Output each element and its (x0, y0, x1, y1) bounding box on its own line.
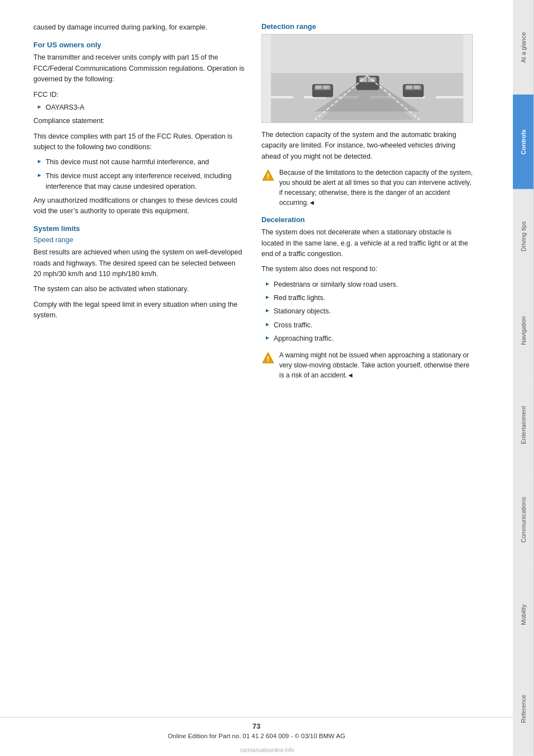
fcc-id-value-item: ► OAYARS3-A (33, 102, 245, 113)
decel-arrow-3: ► (265, 307, 270, 313)
svg-rect-21 (414, 86, 420, 89)
decel-bullet-text-3: Stationary objects. (274, 306, 331, 317)
tab-navigation[interactable]: Navigation (513, 283, 534, 378)
page-container: At a glance Controls Driving tips Naviga… (0, 0, 534, 756)
compliance-bullet-text-2: This device must accept any interference… (46, 171, 245, 193)
svg-text:!: ! (267, 172, 269, 180)
system-limits-heading: System limits (33, 224, 245, 233)
detection-range-warning: ! Because of the limitations to the dete… (261, 168, 473, 208)
deceleration-bullet-2: ► Red traffic lights. (261, 293, 473, 303)
svg-rect-17 (323, 86, 329, 89)
modifications-text: Any unauthorized modifications or change… (33, 195, 245, 217)
decel-arrow-2: ► (265, 294, 270, 300)
compliance-bullet-1: ► This device must not cause harmful int… (33, 157, 245, 168)
tab-reference[interactable]: Reference (513, 661, 534, 756)
compliance-label: Compliance statement: (33, 116, 245, 126)
fcc-id-value: OAYARS3-A (46, 102, 85, 113)
tab-entertainment[interactable]: Entertainment (513, 378, 534, 473)
deceleration-warning-text: A warning might not be issued when appro… (279, 350, 473, 380)
tab-driving-tips[interactable]: Driving tips (513, 189, 534, 284)
watermark: carmanualsonline.info (240, 747, 294, 753)
compliance-bullet-2: ► This device must accept any interferen… (33, 171, 245, 193)
svg-rect-16 (315, 86, 322, 89)
deceleration-para2: The system also does not respond to: (261, 264, 473, 274)
detection-warning-text: Because of the limitations to the detect… (279, 168, 473, 208)
decel-bullet-text-5: Approaching traffic. (274, 333, 333, 344)
deceleration-heading: Deceleration (261, 215, 473, 224)
fcc-para1: The transmitter and receiver units compl… (33, 52, 245, 85)
page-footer: 73 Online Edition for Part no. 01 41 2 6… (0, 717, 513, 739)
right-column: Detection range (261, 22, 473, 723)
speed-range-subheading: Speed range (33, 236, 245, 244)
svg-rect-7 (436, 96, 463, 99)
svg-rect-2 (271, 96, 293, 99)
tab-mobility[interactable]: Mobility (513, 567, 534, 662)
speed-range-para1: Best results are achieved when using the… (33, 247, 245, 279)
left-column: caused by damage incurred during parking… (33, 22, 245, 723)
warning-icon-deceleration: ! (261, 351, 275, 365)
bullet-arrow-2: ► (37, 172, 42, 178)
intro-text: caused by damage incurred during parking… (33, 22, 245, 33)
speed-range-para3: Comply with the legal speed limit in eve… (33, 300, 245, 321)
decel-arrow-1: ► (265, 281, 270, 287)
fcc-id-label: FCC ID: (33, 90, 245, 100)
deceleration-bullet-1: ► Pedestrians or similarly slow road use… (261, 279, 473, 290)
svg-text:!: ! (267, 355, 269, 363)
page-number: 73 (0, 722, 513, 730)
car-diagram-svg (262, 35, 472, 122)
detection-range-image (261, 34, 473, 123)
detection-range-heading: Detection range (261, 22, 473, 31)
decel-bullet-text-4: Cross traffic. (274, 320, 313, 331)
tab-at-a-glance[interactable]: At a glance (513, 0, 534, 95)
warning-icon-detection: ! (261, 169, 275, 182)
bullet-arrow-1: ► (37, 158, 42, 164)
decel-arrow-5: ► (265, 335, 270, 341)
decel-arrow-4: ► (265, 321, 270, 327)
tab-communications[interactable]: Communications (513, 473, 534, 567)
deceleration-bullet-5: ► Approaching traffic. (261, 333, 473, 344)
footer-text: Online Edition for Part no. 01 41 2 604 … (167, 733, 345, 739)
side-tabs: At a glance Controls Driving tips Naviga… (513, 0, 534, 756)
compliance-text: This device complies with part 15 of the… (33, 131, 245, 153)
deceleration-warning: ! A warning might not be issued when app… (261, 350, 473, 380)
svg-rect-20 (406, 86, 412, 89)
deceleration-bullet-4: ► Cross traffic. (261, 320, 473, 331)
fcc-bullet-arrow: ► (37, 104, 42, 110)
speed-range-para2: The system can also be activated when st… (33, 284, 245, 294)
decel-bullet-text-1: Pedestrians or similarly slow road users… (274, 279, 398, 290)
main-content: caused by damage incurred during parking… (0, 0, 513, 756)
deceleration-para1: The system does not decelerate when a st… (261, 227, 473, 259)
for-us-owners-heading: For US owners only (33, 41, 245, 49)
deceleration-bullet-3: ► Stationary objects. (261, 306, 473, 317)
decel-bullet-text-2: Red traffic lights. (274, 293, 325, 303)
detection-range-para1: The detection capacity of the system and… (261, 130, 473, 162)
tab-controls[interactable]: Controls (513, 95, 534, 189)
compliance-bullet-text-1: This device must not cause harmful inter… (46, 157, 209, 168)
